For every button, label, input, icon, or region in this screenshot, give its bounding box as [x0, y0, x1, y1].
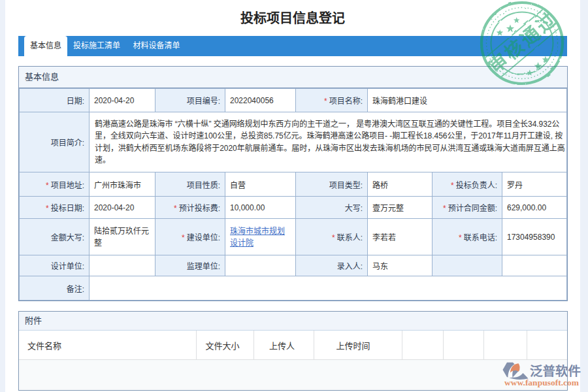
svg-text:www.fanpusoft.com: www.fanpusoft.com — [504, 378, 580, 387]
svg-text:泛普软件: 泛普软件 — [530, 364, 581, 378]
svg-text:审核通过: 审核通过 — [484, 7, 562, 77]
